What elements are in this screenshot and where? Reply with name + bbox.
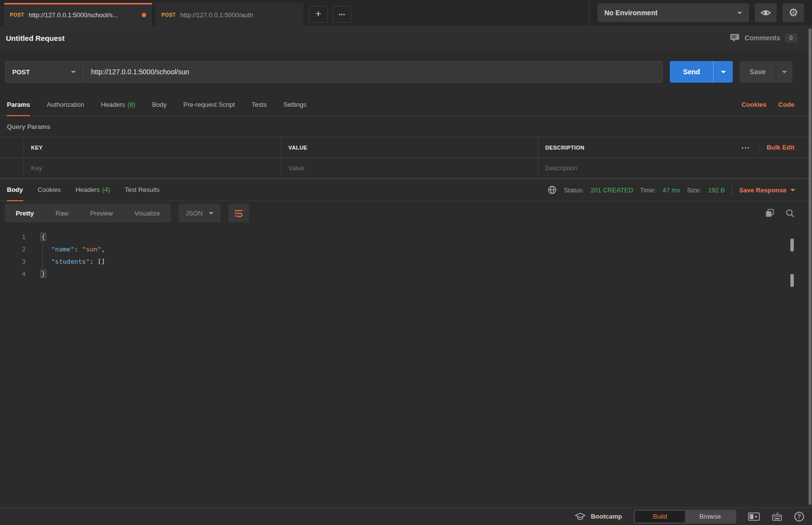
method-selector[interactable]: POST <box>5 62 83 82</box>
value-cell <box>281 158 538 178</box>
json-colon: : <box>90 258 97 265</box>
tab-headers[interactable]: Headers (8) <box>101 93 135 116</box>
save-button[interactable]: Save <box>740 61 776 83</box>
bottom-status-bar: Bootcamp Build Browse ? <box>0 507 812 525</box>
line-number: 3 <box>0 258 29 265</box>
format-selected-label: JSON <box>186 210 203 217</box>
request-title: Untitled Request <box>6 34 64 42</box>
table-header-row: KEY VALUE DESCRIPTION ••• Bulk Edit <box>0 137 812 158</box>
row-select-column <box>0 158 24 178</box>
response-header: Body Cookies Headers (4) Test Results St… <box>0 179 812 201</box>
tab-headers-label: Headers <box>101 101 125 108</box>
bulk-edit-link[interactable]: Bulk Edit <box>767 144 794 151</box>
help-button[interactable]: ? <box>794 512 804 522</box>
response-headers-count: (4) <box>102 186 110 193</box>
param-value-input[interactable] <box>288 164 531 172</box>
two-pane-view-button[interactable] <box>748 512 760 521</box>
code-link[interactable]: Code <box>779 101 795 108</box>
request-tab-auth[interactable]: POST http://127.0.0.1:5000/auth <box>156 3 304 26</box>
chevron-down-icon <box>209 212 214 215</box>
cookies-link[interactable]: Cookies <box>742 101 767 108</box>
method-selected-label: POST <box>12 68 30 76</box>
new-tab-button[interactable]: + <box>309 6 328 23</box>
environment-selected-label: No Environment <box>604 9 657 17</box>
comments-button[interactable]: Comments 0 <box>730 33 797 42</box>
tab-pre-request-script[interactable]: Pre-request Script <box>184 93 235 116</box>
tab-params[interactable]: Params <box>7 93 30 116</box>
send-button-group: Send <box>670 61 733 83</box>
save-response-button[interactable]: Save Response <box>739 186 795 194</box>
response-tab-cookies[interactable]: Cookies <box>38 179 61 201</box>
tab-body[interactable]: Body <box>152 93 167 116</box>
eye-icon <box>760 8 771 17</box>
params-more-options-button[interactable]: ••• <box>742 145 750 151</box>
code-line: 3 "students": [] <box>0 255 812 268</box>
json-key: "students" <box>51 258 90 265</box>
query-params-title: Query Params <box>0 116 812 137</box>
browse-toggle[interactable]: Browse <box>685 511 735 523</box>
bootcamp-label: Bootcamp <box>591 513 622 520</box>
size-label: Size: <box>687 186 701 194</box>
tab-options-button[interactable]: ••• <box>333 6 351 23</box>
description-cell <box>538 158 812 178</box>
request-url-input[interactable] <box>83 62 662 82</box>
json-comma: , <box>101 246 105 253</box>
copy-response-button[interactable] <box>765 208 775 218</box>
query-params-table: KEY VALUE DESCRIPTION ••• Bulk Edit <box>0 137 812 179</box>
build-toggle[interactable]: Build <box>635 511 685 523</box>
tab-authorization[interactable]: Authorization <box>47 93 84 116</box>
view-pretty[interactable]: Pretty <box>5 204 45 222</box>
build-browse-toggle: Build Browse <box>634 510 736 524</box>
json-key: "name" <box>51 246 74 253</box>
editor-scrollbar-thumb[interactable] <box>790 239 794 251</box>
column-value: VALUE <box>281 137 538 157</box>
tab-tests[interactable]: Tests <box>251 93 266 116</box>
close-brace: } <box>40 270 46 278</box>
param-key-input[interactable] <box>31 164 274 172</box>
size-value: 192 B <box>708 186 725 194</box>
indent-guide <box>42 243 43 269</box>
request-builder: POST Send Save <box>0 50 812 93</box>
headers-count: (8) <box>127 101 135 108</box>
comments-count-badge: 0 <box>785 33 797 42</box>
bootcamp-button[interactable]: Bootcamp <box>575 513 622 521</box>
code-line: 1 { <box>0 231 812 243</box>
settings-button[interactable]: ⚙ <box>782 3 804 22</box>
tab-settings[interactable]: Settings <box>283 93 307 116</box>
column-description: DESCRIPTION <box>545 145 585 151</box>
response-viewer-toolbar: Pretty Raw Preview Visualize JSON <box>0 201 812 225</box>
view-preview[interactable]: Preview <box>79 204 124 222</box>
keyboard-shortcuts-button[interactable] <box>772 512 782 521</box>
view-raw[interactable]: Raw <box>45 204 79 222</box>
table-header-controls: ••• Bulk Edit <box>742 143 794 153</box>
response-tab-headers[interactable]: Headers (4) <box>75 179 110 201</box>
send-options-button[interactable] <box>713 61 733 83</box>
response-tab-test-results[interactable]: Test Results <box>125 179 160 201</box>
page-scrollbar[interactable] <box>809 29 812 505</box>
url-box: POST <box>5 61 663 83</box>
chevron-down-icon <box>782 71 787 73</box>
wrap-lines-button[interactable] <box>228 204 249 222</box>
response-tab-body[interactable]: Body <box>7 179 23 201</box>
response-format-selector[interactable]: JSON <box>179 204 220 222</box>
view-visualize[interactable]: Visualize <box>124 204 171 222</box>
status-value: 201 CREATED <box>591 186 633 194</box>
param-description-input[interactable] <box>545 164 794 172</box>
unsaved-changes-dot <box>142 13 146 17</box>
save-options-button[interactable] <box>776 61 792 83</box>
environment-selector[interactable]: No Environment <box>597 3 749 22</box>
request-tab-school[interactable]: POST http://127.0.0.1:5000/school/s... <box>4 3 153 26</box>
editor-scrollbar-thumb[interactable] <box>790 274 794 287</box>
divider <box>758 143 759 153</box>
request-links: Cookies Code <box>742 93 794 116</box>
send-button[interactable]: Send <box>670 61 713 83</box>
top-tab-bar: POST http://127.0.0.1:5000/school/s... P… <box>0 0 812 26</box>
column-description-cell: DESCRIPTION ••• Bulk Edit <box>538 137 812 157</box>
bottom-bar-right: Bootcamp Build Browse ? <box>575 510 804 524</box>
status-label: Status: <box>564 186 584 194</box>
open-brace: { <box>40 233 46 241</box>
search-response-button[interactable] <box>785 208 795 218</box>
environment-quick-look-button[interactable] <box>755 3 777 22</box>
response-body-editor[interactable]: 1 { 2 "name": "sun", 3 "students": [] 4 … <box>0 225 812 507</box>
network-globe-icon[interactable] <box>547 185 557 195</box>
